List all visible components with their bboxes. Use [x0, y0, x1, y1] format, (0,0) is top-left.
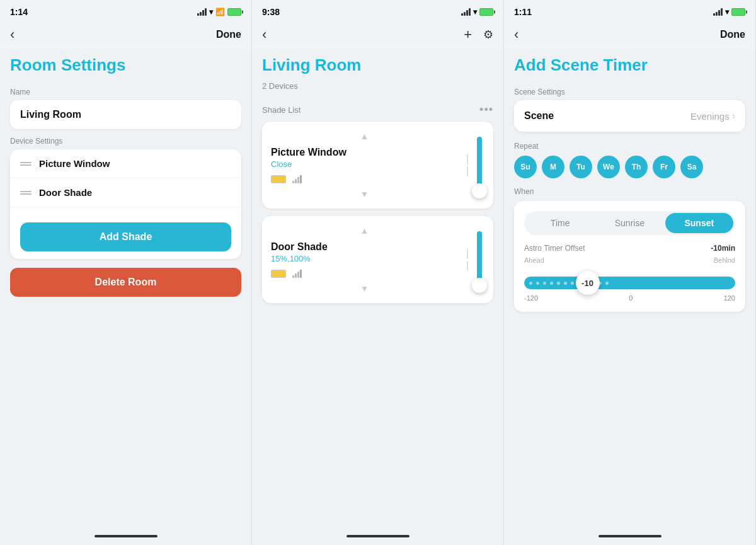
- settings-button-2[interactable]: ⚙: [483, 28, 493, 42]
- panel-scene-timer: 1:11 ▾ ‹ Done Add Scene Timer Scene Sett…: [504, 0, 756, 545]
- device-name-2: Door Shade: [39, 187, 92, 198]
- signal-icon-2: [461, 8, 471, 16]
- shade-slider-2[interactable]: [477, 224, 484, 295]
- done-button-1[interactable]: Done: [216, 29, 241, 40]
- day-tu[interactable]: Tu: [570, 156, 592, 178]
- done-button-3[interactable]: Done: [720, 29, 745, 40]
- back-button-2[interactable]: ‹: [262, 26, 266, 43]
- day-buttons: Su M Tu We Th Fr Sa: [514, 156, 745, 178]
- shade-list-label: Shade List: [262, 105, 301, 115]
- battery-icon-2: [479, 8, 493, 16]
- shade-list-header: Shade List •••: [262, 103, 493, 117]
- slider-zero-label: 0: [629, 294, 633, 302]
- delete-room-button[interactable]: Delete Room: [10, 268, 241, 297]
- day-m[interactable]: M: [542, 156, 564, 178]
- shade-signal-2: [292, 270, 302, 278]
- shade-status-1: Close: [271, 159, 458, 169]
- nav-icons-2: + ⚙: [464, 26, 493, 43]
- shade-name-2: Door Shade: [271, 241, 458, 253]
- shade-footer-1: [271, 175, 458, 183]
- day-we[interactable]: We: [597, 156, 620, 178]
- status-icons-3: ▾: [713, 8, 745, 16]
- signal-icon-1: [197, 8, 207, 16]
- home-indicator-1: [0, 527, 251, 545]
- device-name-1: Picture Window: [39, 158, 110, 169]
- down-arrow-1[interactable]: ▼: [360, 190, 369, 198]
- wifi-icon-3: ▾: [725, 8, 729, 16]
- day-su[interactable]: Su: [514, 156, 537, 178]
- shade-footer-2: [271, 270, 458, 278]
- astro-slider-thumb[interactable]: -10: [576, 271, 600, 295]
- name-label: Name: [10, 88, 241, 96]
- scene-value-row: Evenings ›: [690, 110, 735, 122]
- time-toggle: Time Sunrise Sunset: [524, 211, 735, 235]
- status-bar-2: 9:38 ▾: [252, 0, 503, 23]
- room-name-field[interactable]: Living Room: [10, 100, 241, 129]
- time-2: 9:38: [262, 7, 280, 17]
- drag-handle-2: [20, 191, 32, 195]
- shade-slider-1[interactable]: [477, 129, 484, 201]
- time-option-time[interactable]: Time: [526, 213, 594, 233]
- device-settings-label: Device Settings: [10, 137, 241, 146]
- scene-value: Evenings: [690, 111, 730, 122]
- page-title-3: Add Scene Timer: [514, 48, 745, 80]
- day-th[interactable]: Th: [625, 156, 648, 178]
- behind-label: Behind: [714, 256, 735, 264]
- shade-signal-1: [292, 176, 302, 183]
- battery-icon-1: [227, 8, 241, 16]
- wifi-icon-1b: 📶: [215, 8, 225, 16]
- shade-battery-1: [271, 175, 286, 183]
- repeat-label: Repeat: [514, 142, 745, 151]
- shade-battery-2: [271, 270, 286, 278]
- shade-handle-2: [467, 249, 468, 271]
- up-arrow-1: ▲: [271, 129, 458, 143]
- shade-status-2: 15%,100%: [271, 254, 458, 263]
- ahead-label: Ahead: [524, 256, 544, 264]
- device-row-1[interactable]: Picture Window: [10, 149, 241, 178]
- content-2: Living Room 2 Devices Shade List ••• ▲ P…: [252, 48, 503, 527]
- add-shade-button[interactable]: Add Shade: [20, 222, 231, 251]
- scene-label: Scene: [524, 110, 554, 122]
- shade-handle-1: [467, 154, 468, 176]
- status-icons-2: ▾: [461, 8, 493, 16]
- shade-list-menu[interactable]: •••: [479, 103, 493, 117]
- status-bar-3: 1:11 ▾: [504, 0, 755, 23]
- shade-name-1: Picture Window: [271, 147, 458, 158]
- wifi-icon-1: ▾: [209, 8, 213, 16]
- shade-card-1: ▲ Picture Window Close: [262, 122, 493, 209]
- wifi-icon-2: ▾: [473, 8, 477, 16]
- battery-icon-3: [731, 8, 745, 16]
- time-3: 1:11: [514, 7, 532, 17]
- nav-bar-1: ‹ Done: [0, 23, 251, 48]
- time-option-sunset[interactable]: Sunset: [665, 213, 733, 233]
- add-button-2[interactable]: +: [464, 26, 472, 43]
- day-sa[interactable]: Sa: [680, 156, 703, 178]
- time-1: 1:14: [10, 7, 28, 17]
- scene-card[interactable]: Scene Evenings ›: [514, 100, 745, 132]
- device-row-2[interactable]: Door Shade: [10, 178, 241, 207]
- shade-card-2: ▲ Door Shade 15%,100%: [262, 216, 493, 303]
- scene-chevron-icon: ›: [732, 110, 735, 122]
- page-title-1: Room Settings: [10, 48, 241, 80]
- astro-timer-label: Astro Timer Offset -10min: [524, 244, 735, 253]
- home-indicator-3: [504, 527, 755, 545]
- astro-slider-track[interactable]: [524, 277, 735, 289]
- back-button-1[interactable]: ‹: [10, 26, 14, 43]
- down-arrow-2[interactable]: ▼: [360, 284, 369, 293]
- time-option-sunrise[interactable]: Sunrise: [595, 213, 663, 233]
- ahead-behind-labels: Ahead Behind: [524, 256, 735, 264]
- day-fr[interactable]: Fr: [653, 156, 675, 178]
- up-arrow-2[interactable]: ▲: [360, 226, 369, 235]
- when-label: When: [514, 187, 745, 196]
- nav-bar-3: ‹ Done: [504, 23, 755, 48]
- panel-room-settings: 1:14 ▾ 📶 ‹ Done Room Settings Name Livin…: [0, 0, 252, 545]
- slider-max-label: 120: [724, 294, 735, 302]
- signal-icon-3: [713, 8, 723, 16]
- home-indicator-2: [252, 527, 503, 545]
- status-icons-1: ▾ 📶: [197, 8, 241, 16]
- astro-value: -10min: [711, 244, 735, 253]
- slider-labels: -120 0 120: [524, 294, 735, 302]
- drag-handle-1: [20, 162, 32, 166]
- page-title-2: Living Room: [262, 48, 493, 80]
- back-button-3[interactable]: ‹: [514, 26, 518, 43]
